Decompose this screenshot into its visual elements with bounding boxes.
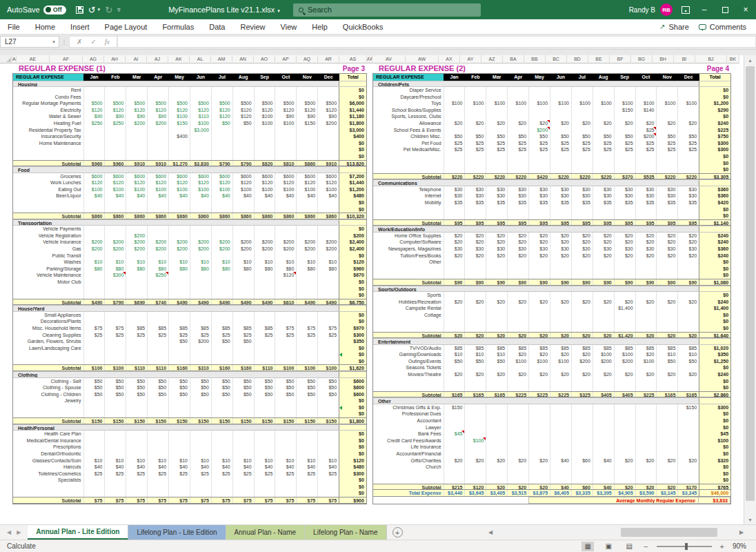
cell[interactable]: [550, 107, 571, 114]
cell[interactable]: [507, 318, 528, 325]
cell[interactable]: [677, 312, 699, 319]
cell[interactable]: [528, 259, 550, 266]
section-label[interactable]: Health/Personal: [13, 425, 339, 431]
column-header[interactable]: BC: [546, 55, 567, 63]
cell[interactable]: $790: [232, 161, 254, 166]
autosave-toggle[interactable]: AutoSave Off: [7, 6, 66, 14]
cell[interactable]: $40: [593, 457, 614, 464]
cell[interactable]: [677, 318, 699, 325]
document-title[interactable]: MyFinancePlans Lite v21.1.xlsx▾: [159, 6, 290, 14]
cell[interactable]: $80: [275, 266, 296, 273]
row-label[interactable]: [373, 153, 444, 160]
cell[interactable]: [550, 477, 571, 484]
cell[interactable]: [190, 286, 211, 293]
cell[interactable]: $75: [275, 497, 296, 503]
cell[interactable]: [635, 166, 657, 173]
cell[interactable]: $95: [656, 220, 677, 226]
total-cell[interactable]: $0: [339, 140, 366, 147]
cell[interactable]: [486, 411, 507, 417]
ribbon-display-options-icon[interactable]: ▾: [682, 6, 690, 14]
cell[interactable]: [486, 417, 507, 424]
column-header[interactable]: AS: [339, 55, 367, 63]
cell[interactable]: $3,645: [464, 490, 486, 496]
total-cell[interactable]: $100: [699, 437, 730, 444]
cell[interactable]: $200: [126, 246, 147, 253]
cell[interactable]: $10: [275, 457, 296, 464]
cell[interactable]: $20: [486, 233, 507, 239]
cell[interactable]: [147, 206, 168, 213]
cell[interactable]: [126, 351, 147, 358]
cell[interactable]: $500: [211, 100, 232, 107]
row-label[interactable]: Public Transit: [13, 253, 83, 259]
cell[interactable]: [614, 404, 635, 411]
row-label[interactable]: [13, 146, 83, 153]
cell[interactable]: [168, 431, 190, 437]
cell[interactable]: $100: [656, 100, 677, 107]
cell[interactable]: [104, 490, 126, 497]
cell[interactable]: $150: [614, 107, 635, 114]
row-label[interactable]: [373, 272, 444, 279]
save-icon[interactable]: [76, 6, 83, 14]
cell[interactable]: [126, 431, 147, 437]
cell[interactable]: [147, 146, 168, 153]
cell[interactable]: [147, 312, 168, 319]
cell[interactable]: [507, 364, 528, 371]
cell[interactable]: [254, 206, 275, 213]
cell[interactable]: [147, 345, 168, 352]
total-cell[interactable]: $0: [699, 87, 730, 94]
cell[interactable]: [190, 451, 211, 457]
cell[interactable]: $860: [104, 213, 126, 219]
cell[interactable]: $75: [104, 325, 126, 332]
cell[interactable]: $40: [232, 464, 254, 471]
cell[interactable]: [444, 464, 465, 471]
cell[interactable]: [507, 206, 528, 213]
cell[interactable]: [614, 471, 635, 477]
cell[interactable]: [168, 146, 190, 153]
cancel-icon[interactable]: ✗: [77, 38, 82, 46]
cell[interactable]: $25: [254, 332, 275, 339]
cell[interactable]: $490: [232, 299, 254, 305]
cell[interactable]: $50: [656, 358, 677, 365]
cell[interactable]: $120: [147, 179, 168, 186]
total-cell[interactable]: $300: [699, 140, 730, 147]
cell[interactable]: [677, 292, 699, 299]
cell[interactable]: $20: [677, 253, 699, 259]
cell[interactable]: [486, 471, 507, 477]
cell[interactable]: [296, 272, 317, 279]
cell[interactable]: $200: [168, 246, 190, 253]
cell[interactable]: [147, 477, 168, 484]
total-cell[interactable]: $0: [339, 94, 366, 101]
total-cell[interactable]: $0: [339, 444, 366, 451]
row-label[interactable]: Gas: [13, 246, 83, 253]
row-label[interactable]: [373, 206, 444, 213]
cell[interactable]: [275, 94, 296, 101]
cell[interactable]: $220: [507, 174, 528, 179]
row-label[interactable]: [13, 411, 83, 417]
cell[interactable]: [677, 166, 699, 173]
cell[interactable]: [593, 417, 614, 424]
cell[interactable]: [126, 292, 147, 299]
cell[interactable]: [464, 477, 486, 484]
cell[interactable]: $90: [104, 113, 126, 120]
cell[interactable]: $30: [550, 186, 571, 193]
cell[interactable]: $150: [317, 418, 339, 424]
cell[interactable]: $405: [614, 392, 635, 397]
cell[interactable]: [254, 272, 275, 279]
cell[interactable]: [317, 477, 339, 484]
cell[interactable]: $95: [614, 220, 635, 226]
cell[interactable]: [190, 87, 211, 94]
tab-help[interactable]: Help: [304, 19, 335, 34]
total-cell[interactable]: $0: [699, 113, 730, 120]
cell[interactable]: $30: [656, 193, 677, 199]
total-cell[interactable]: $290: [699, 107, 730, 114]
cell[interactable]: [614, 417, 635, 424]
cell[interactable]: [486, 153, 507, 160]
cell[interactable]: $20: [486, 484, 507, 490]
cell[interactable]: [593, 471, 614, 477]
cell[interactable]: [104, 199, 126, 206]
row-label[interactable]: Regular Mortage Payments: [13, 100, 83, 107]
cell[interactable]: $75: [83, 497, 105, 503]
cell[interactable]: [507, 424, 528, 431]
cell[interactable]: $40: [168, 193, 190, 199]
cell[interactable]: [528, 160, 550, 167]
